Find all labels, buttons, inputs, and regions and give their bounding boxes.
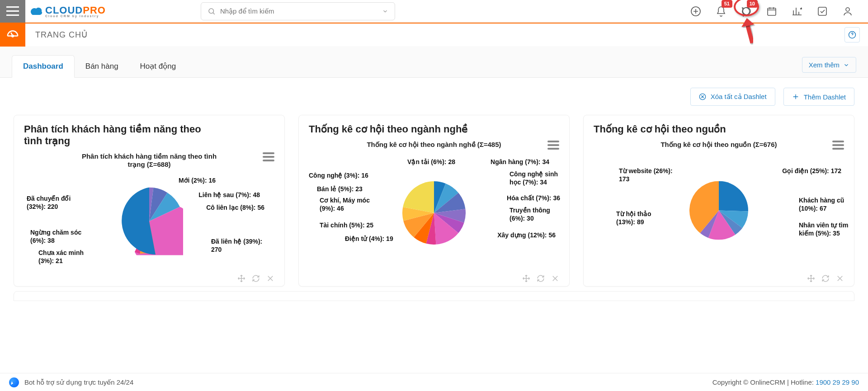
global-search[interactable] bbox=[201, 2, 395, 20]
refresh-icon bbox=[252, 274, 260, 283]
profile-button[interactable] bbox=[842, 6, 853, 17]
chart-title: Thống kê cơ hội theo ngành nghề (Σ=485) bbox=[367, 141, 501, 149]
refresh-button[interactable] bbox=[821, 274, 830, 283]
pie-label: Gọi điện (25%): 172 bbox=[782, 167, 841, 175]
clear-dashlets-label: Xóa tất cả Dashlet bbox=[711, 93, 767, 101]
move-icon bbox=[522, 274, 530, 283]
dashlet-actions: Xóa tất cả Dashlet Thêm Dashlet bbox=[0, 78, 868, 108]
pie-label: Tài chính (5%): 25 bbox=[320, 221, 373, 230]
dashlet-lead-status: Phân tích khách hàng tiềm năng theo tình… bbox=[14, 115, 285, 287]
pie-label: Truyền thông (6%): 30 bbox=[509, 207, 564, 222]
chart-menu-button[interactable] bbox=[547, 141, 559, 150]
refresh-button[interactable] bbox=[252, 274, 260, 283]
bar-chart-icon bbox=[792, 6, 802, 17]
svg-point-0 bbox=[209, 9, 214, 14]
calendar-button[interactable] bbox=[766, 6, 777, 17]
svg-point-5 bbox=[12, 35, 14, 37]
tab-dashboard[interactable]: Dashboard bbox=[12, 55, 75, 78]
pie-label: Liên hệ sau (7%): 48 bbox=[198, 191, 260, 199]
plus-circle-icon bbox=[690, 6, 701, 17]
pie-chart bbox=[402, 181, 466, 245]
close-dashlet-button[interactable] bbox=[266, 274, 274, 283]
svg-rect-3 bbox=[818, 7, 826, 15]
notification-badge: 51 bbox=[722, 0, 732, 8]
topbar: CLOUDPRO Cloud CRM by Industry 51 10 bbox=[0, 0, 868, 23]
module-icon[interactable] bbox=[0, 23, 25, 47]
calendar-icon bbox=[766, 6, 777, 17]
page-title: TRANG CHỦ bbox=[35, 30, 88, 40]
refresh-icon bbox=[537, 274, 545, 283]
chart-title: Phân tích khách hàng tiềm năng theo tình… bbox=[72, 152, 226, 169]
chart-menu-button[interactable] bbox=[263, 152, 274, 161]
close-dashlet-button[interactable] bbox=[551, 274, 559, 283]
dashlet-footer bbox=[309, 274, 559, 283]
close-dashlet-button[interactable] bbox=[836, 274, 844, 283]
pie-label: Công nghệ sinh học (7%): 34 bbox=[509, 170, 564, 186]
svg-rect-2 bbox=[768, 8, 776, 15]
add-button[interactable] bbox=[690, 6, 701, 17]
dashboard-gauge-icon bbox=[6, 28, 19, 42]
move-handle[interactable] bbox=[522, 274, 530, 283]
pie-label: Đã liên hệ (39%): 270 bbox=[211, 238, 265, 254]
dashlet-footer bbox=[24, 274, 274, 283]
refresh-button[interactable] bbox=[537, 274, 545, 283]
x-circle-icon bbox=[699, 93, 706, 100]
chevron-down-icon bbox=[843, 62, 849, 68]
clear-dashlets-button[interactable]: Xóa tất cả Dashlet bbox=[690, 88, 775, 106]
pie-label: Từ hội thảo (13%): 89 bbox=[616, 210, 670, 226]
close-icon bbox=[836, 274, 844, 283]
dashlet-title: Phân tích khách hàng tiềm năng theo tình… bbox=[24, 123, 214, 147]
dashlet-opportunity-industry: Thống kê cơ hội theo ngành nghề Thống kê… bbox=[298, 115, 570, 287]
chart-area: Phân tích khách hàng tiềm năng theo tình… bbox=[24, 150, 274, 273]
logo-tagline: Cloud CRM by Industry bbox=[45, 14, 99, 18]
pie-label: Chưa xác minh (3%): 21 bbox=[38, 249, 93, 265]
reports-button[interactable] bbox=[792, 6, 802, 17]
logo[interactable]: CLOUDPRO Cloud CRM by Industry bbox=[28, 5, 106, 18]
question-circle-icon bbox=[848, 31, 856, 39]
chart-title: Thống kê cơ hội theo nguồn (Σ=676) bbox=[660, 141, 777, 149]
chart-area: Thống kê cơ hội theo ngành nghề (Σ=485) bbox=[309, 138, 559, 273]
pie-chart bbox=[115, 188, 183, 255]
tabs: Dashboard Bán hàng Hoạt động Xem thêm bbox=[0, 46, 868, 78]
move-icon bbox=[237, 274, 245, 283]
help-button[interactable] bbox=[844, 27, 860, 42]
chat-badge: 10 bbox=[747, 0, 758, 8]
chevron-down-icon[interactable] bbox=[382, 8, 388, 14]
search-input[interactable] bbox=[219, 7, 378, 15]
subbar: TRANG CHỦ bbox=[0, 23, 868, 46]
dashlet-title: Thống kê cơ hội theo nguồn bbox=[594, 123, 783, 135]
notifications-button[interactable]: 51 bbox=[716, 6, 726, 17]
dashlet-row: Phân tích khách hàng tiềm năng theo tình… bbox=[0, 108, 868, 291]
dashlet-footer bbox=[594, 274, 844, 283]
svg-point-4 bbox=[846, 8, 849, 11]
chart-area: Thống kê cơ hội theo nguồn (Σ=676) Gọi đ… bbox=[594, 138, 844, 273]
topbar-actions: 51 10 bbox=[690, 6, 864, 17]
pie-label: Mới (2%): 16 bbox=[179, 177, 216, 185]
pie-label: Công nghệ (3%): 16 bbox=[309, 172, 368, 180]
plus-icon bbox=[792, 93, 799, 100]
chart-menu-button[interactable] bbox=[832, 141, 844, 150]
pie-label: Ngừng chăm sóc (6%): 38 bbox=[30, 229, 85, 245]
pie-label: Cơ khí, Máy móc (9%): 46 bbox=[320, 197, 374, 212]
add-dashlet-button[interactable]: Thêm Dashlet bbox=[783, 88, 854, 106]
menu-toggle-button[interactable] bbox=[0, 0, 25, 23]
move-icon bbox=[807, 274, 815, 283]
add-dashlet-label: Thêm Dashlet bbox=[804, 93, 846, 101]
pie-label: Hóa chất (7%): 36 bbox=[507, 194, 560, 203]
pie-label: Bán lẻ (5%): 23 bbox=[317, 185, 363, 193]
pie-label: Đã chuyển đổi (32%): 220 bbox=[27, 195, 81, 211]
chat-button[interactable]: 10 bbox=[741, 6, 752, 17]
tasks-button[interactable] bbox=[817, 6, 828, 17]
search-icon bbox=[208, 7, 216, 15]
dashlet-title: Thống kê cơ hội theo ngành nghề bbox=[309, 123, 499, 135]
move-handle[interactable] bbox=[807, 274, 815, 283]
user-icon bbox=[842, 6, 853, 17]
pie-label: Xây dựng (12%): 56 bbox=[497, 231, 556, 240]
close-icon bbox=[266, 274, 274, 283]
tab-sales[interactable]: Bán hàng bbox=[75, 56, 129, 77]
view-more-button[interactable]: Xem thêm bbox=[802, 57, 856, 73]
pie-label: Từ website (26%): 173 bbox=[619, 167, 673, 183]
tab-activity[interactable]: Hoạt động bbox=[129, 55, 187, 77]
move-handle[interactable] bbox=[237, 274, 245, 283]
pie-label: Nhân viên tự tìm kiếm (5%): 35 bbox=[799, 221, 853, 237]
